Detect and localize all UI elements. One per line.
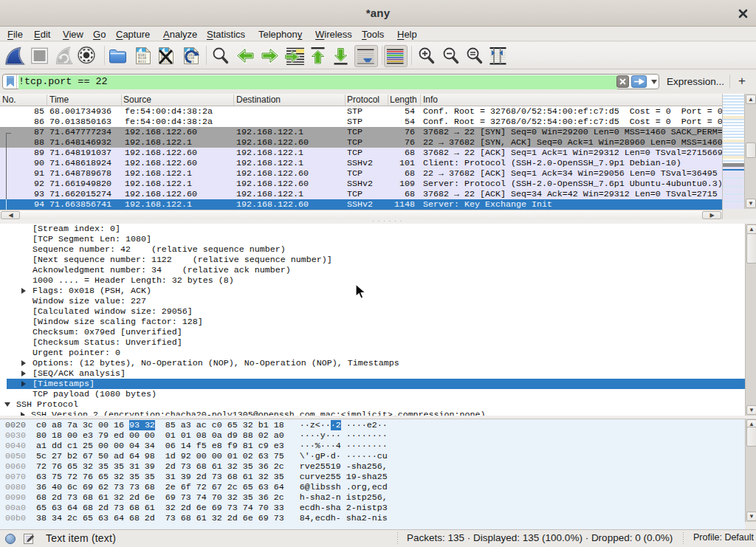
svg-text:0111: 0111	[138, 60, 146, 63]
